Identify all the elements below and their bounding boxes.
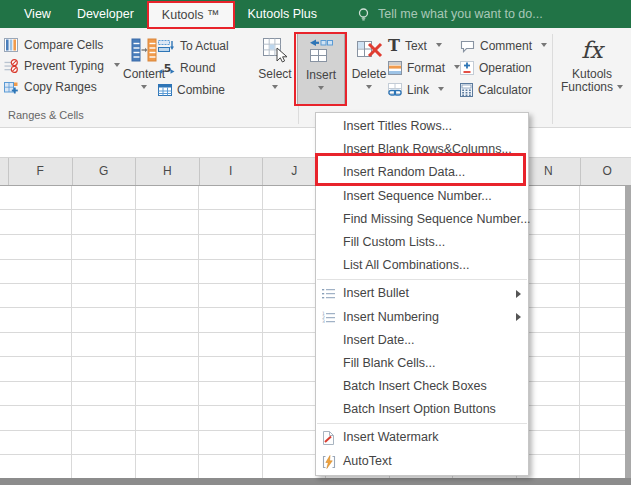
column-header[interactable]: G (73, 158, 137, 185)
vertical-scrollbar[interactable] (625, 186, 631, 478)
tell-me-box[interactable]: Tell me what you want to do... (356, 7, 543, 22)
delete-button[interactable]: Delete (346, 33, 392, 105)
calculator-label: Calculator (478, 83, 532, 97)
tell-me-label: Tell me what you want to do... (378, 7, 543, 21)
copy-ranges-button[interactable]: Copy Ranges (4, 79, 97, 95)
menu-item-label: AutoText (343, 454, 392, 468)
compare-cells-label: Compare Cells (24, 38, 103, 52)
kutools-functions-button[interactable]: fx Kutools Functions (556, 33, 628, 105)
lightbulb-icon (356, 7, 371, 22)
menu-item-insert-date[interactable]: Insert Date... (316, 329, 528, 352)
ribbon-tab-bar: View Developer Kutools ™ Kutools Plus Te… (0, 0, 631, 28)
tab-kutools-plus[interactable]: Kutools Plus (235, 0, 330, 28)
menu-item-list-all-combinations[interactable]: List All Combinations... (316, 254, 528, 277)
menu-item-insert-random-data[interactable]: Insert Random Data... (316, 161, 528, 184)
menu-item-autotext[interactable]: AutoText (316, 450, 528, 473)
menu-item-label: Insert Numbering (343, 310, 439, 324)
watermark-icon (322, 431, 334, 445)
insert-button[interactable]: Insert (297, 33, 345, 105)
column-header-partial[interactable] (0, 158, 9, 185)
comment-button[interactable]: Comment (460, 38, 547, 54)
calculator-icon (460, 83, 473, 97)
menu-item-insert-watermark[interactable]: Insert Watermark (316, 426, 528, 449)
format-icon (388, 61, 402, 75)
menu-item-label: Insert Bullet (343, 286, 409, 300)
menu-item-insert-bullet[interactable]: Insert Bullet (316, 282, 528, 305)
chevron-down-icon (114, 63, 120, 70)
bullet-list-icon (322, 287, 335, 300)
menu-item-insert-blank-rows-columns[interactable]: Insert Blank Rows&Columns... (316, 138, 528, 161)
format-label: Format (407, 61, 445, 75)
prevent-typing-label: Prevent Typing (24, 59, 104, 73)
autotext-icon (322, 455, 336, 469)
chevron-down-icon (436, 43, 442, 50)
menu-item-insert-titles-rows[interactable]: Insert Titles Rows... (316, 115, 528, 138)
svg-text:5: 5 (164, 62, 172, 75)
prevent-typing-button[interactable]: Prevent Typing (4, 58, 120, 74)
chevron-down-icon (141, 85, 147, 92)
submenu-arrow-icon (516, 313, 521, 321)
menu-separator (317, 279, 527, 280)
column-header[interactable]: O (581, 158, 631, 185)
window-bottom-edge (0, 478, 631, 485)
tab-view[interactable]: View (11, 0, 64, 28)
tab-developer[interactable]: Developer (64, 0, 147, 28)
menu-item-insert-numbering[interactable]: 1 2 3 Insert Numbering (316, 306, 528, 329)
kutools-functions-label-line2: Functions (561, 80, 613, 94)
compare-cells-icon (4, 38, 18, 52)
round-button[interactable]: 5 Round (158, 60, 215, 76)
combine-label: Combine (177, 83, 225, 97)
round-label: Round (180, 61, 215, 75)
menu-item-batch-insert-option-buttons[interactable]: Batch Insert Option Buttons (316, 398, 528, 421)
submenu-arrow-icon (516, 290, 521, 298)
content-icon (131, 38, 157, 62)
link-button[interactable]: Link (388, 82, 444, 98)
operation-button[interactable]: Operation (460, 60, 532, 76)
insert-label: Insert (306, 69, 336, 82)
column-header[interactable]: F (9, 158, 73, 185)
select-button[interactable]: Select (252, 33, 298, 105)
chevron-down-icon (617, 85, 623, 92)
operation-label: Operation (479, 61, 532, 75)
format-button[interactable]: Format (388, 60, 460, 76)
column-header[interactable]: H (136, 158, 200, 185)
link-label: Link (407, 83, 429, 97)
menu-item-fill-blank-cells[interactable]: Fill Blank Cells... (316, 352, 528, 375)
link-icon (388, 83, 402, 97)
chevron-down-icon (541, 43, 547, 50)
calculator-button[interactable]: Calculator (460, 82, 532, 98)
to-actual-icon (158, 39, 175, 53)
prevent-typing-icon (4, 59, 18, 73)
chevron-down-icon (366, 85, 372, 92)
excel-window: View Developer Kutools ™ Kutools Plus Te… (0, 0, 631, 485)
delete-icon (356, 37, 383, 63)
comment-icon (460, 40, 475, 53)
round-icon: 5 (158, 61, 175, 75)
menu-item-batch-insert-check-boxes[interactable]: Batch Insert Check Boxes (316, 375, 528, 398)
operation-icon (460, 61, 474, 75)
sheet-grid[interactable] (0, 186, 625, 478)
numbered-list-icon: 1 2 3 (322, 311, 335, 324)
combine-icon (158, 83, 172, 97)
chevron-down-icon (438, 87, 444, 94)
text-label: Text (405, 39, 427, 53)
text-button[interactable]: T Text (388, 38, 442, 54)
menu-item-fill-custom-lists[interactable]: Fill Custom Lists... (316, 231, 528, 254)
fx-icon: fx (581, 37, 602, 63)
tab-kutools[interactable]: Kutools ™ (147, 1, 235, 29)
group-separator (552, 34, 553, 124)
combine-button[interactable]: Combine (158, 82, 225, 98)
group-label-ranges-cells: Ranges & Cells (8, 109, 84, 121)
copy-ranges-icon (4, 80, 18, 94)
menu-separator (317, 423, 527, 424)
column-header[interactable]: I (200, 158, 264, 185)
chevron-down-icon (272, 85, 278, 92)
insert-dropdown-menu: Insert Titles Rows... Insert Blank Rows&… (315, 112, 529, 476)
to-actual-button[interactable]: To Actual (158, 38, 229, 54)
chevron-down-icon (318, 86, 324, 93)
menu-item-insert-sequence-number[interactable]: Insert Sequence Number... (316, 185, 528, 208)
compare-cells-button[interactable]: Compare Cells (4, 37, 103, 53)
insert-icon (308, 38, 334, 64)
kutools-functions-label-line1: Kutools (572, 67, 612, 81)
menu-item-find-missing-sequence-number[interactable]: Find Missing Sequence Number... (316, 208, 528, 231)
